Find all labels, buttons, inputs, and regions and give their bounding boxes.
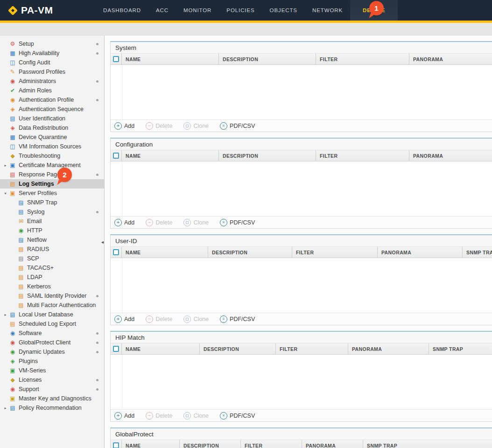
column-header-panorama[interactable]: PANORAMA	[378, 247, 463, 258]
tab-acc[interactable]: ACC	[148, 0, 176, 21]
sidebar-item-authentication-sequence[interactable]: ◈ Authentication Sequence	[0, 105, 104, 114]
sidebar-item-authentication-profile[interactable]: ◉ Authentication Profile	[0, 95, 104, 105]
sidebar-item-ldap[interactable]: ▤ LDAP	[0, 273, 104, 282]
column-header-panorama[interactable]: PANORAMA	[302, 440, 363, 448]
column-header-filter[interactable]: FILTER	[316, 150, 409, 161]
column-header-filter[interactable]: FILTER	[292, 247, 378, 258]
sidebar-item-syslog[interactable]: ▤ Syslog	[0, 207, 104, 217]
sidebar-item-plugins[interactable]: ◈ Plugins	[0, 357, 104, 366]
sidebar-item-server-profiles[interactable]: ▾ ▣ Server Profiles	[0, 189, 104, 198]
tab-monitor[interactable]: MONITOR	[176, 0, 219, 21]
column-header-name[interactable]: NAME	[122, 343, 200, 354]
delete-button[interactable]: − Delete	[146, 219, 172, 226]
sidebar-item-data-redistribution[interactable]: ◈ Data Redistribution	[0, 123, 104, 133]
column-header-name[interactable]: NAME	[122, 54, 219, 64]
select-all-cell[interactable]	[111, 440, 122, 448]
clone-button[interactable]: Clone	[183, 412, 209, 420]
sidebar-item-netflow[interactable]: ▤ Netflow	[0, 235, 104, 245]
select-all-cell[interactable]	[111, 343, 122, 354]
column-header-filter[interactable]: FILTER	[316, 54, 409, 64]
sidebar-item-certificate-management[interactable]: ▸ ▣ Certificate Management	[0, 161, 104, 170]
delete-button[interactable]: − Delete	[146, 122, 172, 130]
sidebar-item-user-identification[interactable]: ▤ User Identification	[0, 114, 104, 123]
sidebar-item-multi-factor-authentication[interactable]: ▤ Multi Factor Authentication	[0, 301, 104, 310]
expand-chevron-icon[interactable]: ▸	[2, 313, 9, 317]
column-header-snmp-trap[interactable]: SNMP TRAP	[363, 440, 492, 448]
column-header-panorama[interactable]: PANORAMA	[409, 150, 492, 161]
pdf-csv-button[interactable]: ≡ PDF/CSV	[220, 412, 255, 420]
column-header-snmp-trap[interactable]: SNMP TRAP	[463, 247, 492, 258]
pdf-csv-button[interactable]: ≡ PDF/CSV	[220, 315, 255, 323]
select-all-checkbox[interactable]	[113, 249, 119, 255]
add-button[interactable]: + Add	[114, 412, 134, 420]
tab-policies[interactable]: POLICIES	[219, 0, 262, 21]
tab-dashboard[interactable]: DASHBOARD	[96, 0, 148, 21]
select-all-checkbox[interactable]	[113, 153, 119, 159]
column-header-description[interactable]: DESCRIPTION	[208, 247, 292, 258]
clone-button[interactable]: Clone	[183, 315, 209, 323]
sidebar-item-admin-roles[interactable]: ✔ Admin Roles	[0, 86, 104, 95]
tab-network[interactable]: NETWORK	[305, 0, 350, 21]
sidebar-item-policy-recommendation[interactable]: ▸ ▤ Policy Recommendation	[0, 403, 104, 413]
column-header-panorama[interactable]: PANORAMA	[348, 343, 429, 354]
column-header-description[interactable]: DESCRIPTION	[200, 343, 276, 354]
sidebar-item-software[interactable]: ◉ Software	[0, 329, 104, 338]
column-header-name[interactable]: NAME	[122, 150, 219, 161]
sidebar-item-log-settings[interactable]: ▤ Log Settings	[0, 179, 104, 189]
column-header-description[interactable]: DESCRIPTION	[219, 150, 316, 161]
column-header-description[interactable]: DESCRIPTION	[219, 54, 316, 64]
expand-chevron-icon[interactable]: ▸	[2, 163, 9, 168]
expand-chevron-icon[interactable]: ▸	[2, 406, 9, 410]
select-all-cell[interactable]	[111, 54, 122, 64]
sidebar-item-setup[interactable]: ⚙ Setup	[0, 39, 104, 49]
sidebar-item-scheduled-log-export[interactable]: ▤ Scheduled Log Export	[0, 319, 104, 329]
sidebar-item-globalprotect-client[interactable]: ◉ GlobalProtect Client	[0, 338, 104, 347]
sidebar-item-kerberos[interactable]: ▤ Kerberos	[0, 282, 104, 291]
sidebar-item-email[interactable]: ✉ Email	[0, 217, 104, 226]
delete-button[interactable]: − Delete	[146, 315, 172, 323]
tab-objects[interactable]: OBJECTS	[262, 0, 305, 21]
sidebar-item-troubleshooting[interactable]: ◆ Troubleshooting	[0, 151, 104, 161]
column-header-snmp-trap[interactable]: SNMP TRAP	[429, 343, 492, 354]
sidebar-item-dynamic-updates[interactable]: ◉ Dynamic Updates	[0, 347, 104, 357]
expand-chevron-icon[interactable]: ▾	[2, 191, 9, 196]
clone-button[interactable]: Clone	[183, 122, 209, 130]
column-header-name[interactable]: NAME	[122, 247, 208, 258]
sidebar-item-master-key-and-diagnostics[interactable]: ▣ Master Key and Diagnostics	[0, 394, 104, 403]
sidebar-item-licenses[interactable]: ◆ Licenses	[0, 375, 104, 385]
sidebar-item-administrators[interactable]: ◉ Administrators	[0, 77, 104, 86]
select-all-cell[interactable]	[111, 150, 122, 161]
sidebar-item-vm-information-sources[interactable]: ◫ VM Information Sources	[0, 142, 104, 151]
add-button[interactable]: + Add	[114, 122, 134, 130]
clone-button[interactable]: Clone	[183, 219, 209, 226]
column-header-filter[interactable]: FILTER	[241, 440, 302, 448]
sidebar-item-radius[interactable]: ▤ RADIUS	[0, 245, 104, 254]
select-all-checkbox[interactable]	[113, 56, 119, 62]
sidebar-item-device-quarantine[interactable]: ▦ Device Quarantine	[0, 133, 104, 142]
sidebar-collapse-arrow-icon[interactable]: ◄	[100, 239, 105, 245]
sidebar-item-saml-identity-provider[interactable]: ▤ SAML Identity Provider	[0, 291, 104, 301]
add-button[interactable]: + Add	[114, 315, 134, 323]
sidebar-item-tacacs[interactable]: ▤ TACACS+	[0, 263, 104, 273]
delete-button[interactable]: − Delete	[146, 412, 172, 420]
sidebar-item-config-audit[interactable]: ◫ Config Audit	[0, 58, 104, 67]
select-all-checkbox[interactable]	[113, 442, 119, 448]
column-header-panorama[interactable]: PANORAMA	[409, 54, 492, 64]
sidebar-item-response-pages[interactable]: ▤ Response Pages	[0, 170, 104, 179]
select-all-cell[interactable]	[111, 247, 122, 258]
sidebar-item-scp[interactable]: ▤ SCP	[0, 254, 104, 263]
pdf-csv-button[interactable]: ≡ PDF/CSV	[220, 219, 255, 226]
sidebar-item-password-profiles[interactable]: ✎ Password Profiles	[0, 67, 104, 77]
sidebar-item-http[interactable]: ◉ HTTP	[0, 226, 104, 235]
pdf-csv-button[interactable]: ≡ PDF/CSV	[220, 122, 255, 130]
sidebar-item-vm-series[interactable]: ▣ VM-Series	[0, 366, 104, 375]
column-header-name[interactable]: NAME	[122, 440, 180, 448]
column-header-description[interactable]: DESCRIPTION	[180, 440, 241, 448]
sidebar-item-high-availability[interactable]: ▦ High Availability	[0, 49, 104, 58]
select-all-checkbox[interactable]	[113, 346, 119, 352]
sidebar-item-support[interactable]: ◉ Support	[0, 385, 104, 394]
sidebar-item-snmp-trap[interactable]: ▤ SNMP Trap	[0, 198, 104, 207]
sidebar-item-local-user-database[interactable]: ▸ ▤ Local User Database	[0, 310, 104, 319]
column-header-filter[interactable]: FILTER	[276, 343, 348, 354]
add-button[interactable]: + Add	[114, 219, 134, 226]
